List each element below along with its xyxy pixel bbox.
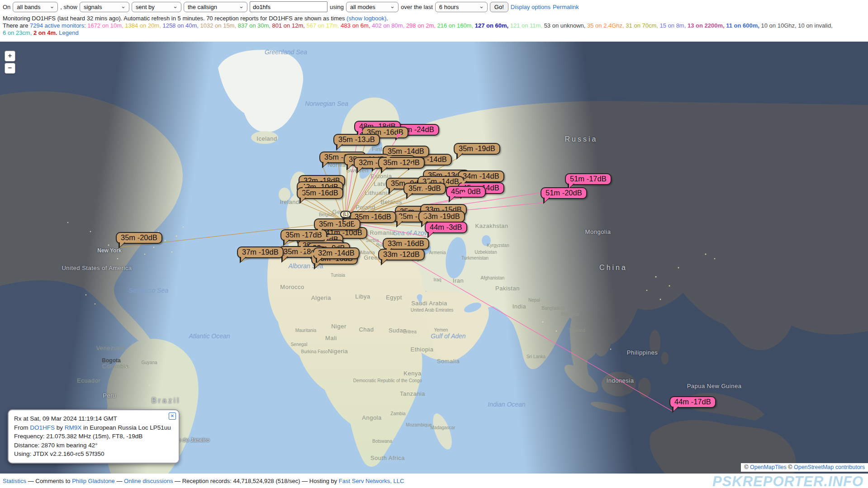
text-segment: — Comments to <box>26 478 72 484</box>
report-balloon[interactable]: 33m -12dB <box>378 249 425 261</box>
map[interactable]: Greenland SeaNorwegian SeaAtlantic Ocean… <box>0 42 868 474</box>
text-segment: — <box>115 478 124 484</box>
text-segment: 10 on 10Ghz, <box>761 22 798 29</box>
report-balloon[interactable]: 44m -3dB <box>425 222 467 233</box>
go-button[interactable]: Go! <box>490 2 508 12</box>
text-segment: 15 on 8m, <box>659 22 687 29</box>
report-balloons: 51m -24dB48m -18dB35m -16dB35m -13dB35m … <box>0 42 868 474</box>
text-segment: There are <box>3 22 30 29</box>
statistics-link[interactable]: Statistics <box>3 478 26 484</box>
footer-status-line: Statistics — Comments to Philip Gladston… <box>3 478 404 484</box>
callsign-do1hfs-link[interactable]: DO1HFS <box>30 424 55 431</box>
monitoring-status: Monitoring DO1HFS (last heard 32 mins ag… <box>3 15 388 22</box>
popup-frequency: Frequency: 21.075.382 MHz (15m), FT8, -1… <box>14 432 173 441</box>
text-segment: 837 on 30m, <box>238 22 272 29</box>
report-balloon[interactable]: 33m -16dB <box>383 238 429 250</box>
legend-link[interactable]: Legend <box>59 29 78 36</box>
map-attribution: © OpenMapTiles © OpenStreetMap contribut… <box>741 463 868 472</box>
text-segment: 1032 on 15m, <box>200 22 238 29</box>
text-segment: © <box>744 464 750 470</box>
text-segment: 567 on 17m, <box>306 22 341 29</box>
text-segment: © <box>787 464 794 470</box>
popup-rx-time: Rx at Sat, 09 Mar 2024 11:19:14 GMT <box>14 414 173 423</box>
text-segment: by <box>55 424 65 431</box>
bands-select-wrap: all bands <box>13 2 58 12</box>
text-segment: 127 on 60m, <box>475 22 510 29</box>
report-balloon[interactable]: 35m -13dB <box>333 134 380 146</box>
report-balloon[interactable]: 32m -14dB <box>313 247 360 259</box>
show-label: , show <box>60 4 77 10</box>
popup-software: Using: JTDX v2.2.160-rc5 57f350 <box>14 450 173 459</box>
popup-distance: Distance: 2870 km bearing 42° <box>14 441 173 450</box>
online-discussions-link[interactable]: Online discussions <box>124 478 173 484</box>
text-segment: 1672 on 10m, <box>87 22 125 29</box>
on-label: On <box>3 4 10 10</box>
bands-select[interactable]: all bands <box>13 2 58 12</box>
text-segment: 53 on unknown, <box>544 22 587 29</box>
text-segment: 801 on 12m, <box>272 22 307 29</box>
report-balloon[interactable]: 34m -14dB <box>458 171 504 182</box>
text-segment: 121 on 11m, <box>510 22 544 29</box>
text-segment: 31 on 70cm, <box>626 22 659 29</box>
zoom-out-button[interactable]: − <box>5 63 15 74</box>
openstreetmap-link[interactable]: OpenStreetMap contributors <box>794 464 865 470</box>
active-monitors-line: There are 7294 active monitors: 1672 on … <box>3 22 833 29</box>
what-select-wrap: signals <box>80 2 129 12</box>
active-monitors-link[interactable]: 7294 active monitors <box>30 22 84 29</box>
zoom-in-button[interactable]: + <box>5 51 15 62</box>
text-segment: 298 on 2m, <box>406 22 437 29</box>
monitoring-text-end: . <box>386 15 388 22</box>
fastserv-link[interactable]: Fast Serv Networks, LLC <box>339 478 404 484</box>
report-balloon[interactable]: 35m -12dB <box>378 157 425 169</box>
permalink-link[interactable]: Permalink <box>553 4 579 10</box>
text-segment: 35 on 2.4Ghz, <box>587 22 626 29</box>
callsign-rm9x-link[interactable]: RM9X <box>65 424 82 431</box>
report-balloon[interactable]: 35m -19dB <box>454 143 500 155</box>
callmode-select[interactable]: the callsign <box>184 2 247 12</box>
period-select-wrap: 6 hours <box>435 2 488 12</box>
over-label: over the last <box>401 4 433 10</box>
active-monitors-line2: 6 on 23cm, 2 on 4m. Legend <box>3 29 79 36</box>
callmode-select-wrap: the callsign <box>184 2 247 12</box>
report-balloon[interactable]: 51m -17dB <box>565 173 612 185</box>
text-segment: 1384 on 20m, <box>125 22 162 29</box>
report-balloon[interactable]: 51m -20dB <box>541 187 587 199</box>
pskreporter-watermark: PSKREPORTER.INFO <box>712 474 863 488</box>
display-options-link[interactable]: Display options <box>511 4 550 10</box>
text-segment: in European Russia Loc LP51uu <box>81 424 171 431</box>
text-segment: — Reception records: 44,718,524,928 (518… <box>173 478 338 484</box>
sentby-select[interactable]: sent by <box>132 2 181 12</box>
using-label: using <box>330 4 344 10</box>
openmaptiles-link[interactable]: OpenMapTiles <box>750 464 787 470</box>
tx-station-marker[interactable]: (L) <box>340 211 351 218</box>
query-toolbar: On all bands , show signals sent by the … <box>3 1 579 12</box>
text-segment: 483 on 6m, <box>341 22 372 29</box>
report-balloon[interactable]: 44m -17dB <box>669 396 716 408</box>
text-segment: 10 on invalid, <box>798 22 833 29</box>
footer: Statistics — Comments to Philip Gladston… <box>0 474 868 488</box>
zoom-controls: + − <box>5 51 15 75</box>
report-balloon[interactable]: 35m -16dB <box>350 211 396 223</box>
reception-report-popup: ✕ Rx at Sat, 09 Mar 2024 11:19:14 GMT Fr… <box>8 409 180 464</box>
report-balloon[interactable]: 37m -19dB <box>237 246 284 258</box>
sentby-select-wrap: sent by <box>132 2 181 12</box>
text-segment: 1258 on 40m, <box>162 22 200 29</box>
show-logbook-link[interactable]: (show logbook) <box>346 15 386 22</box>
close-icon[interactable]: ✕ <box>169 412 176 420</box>
text-segment: 13 on 2200m, <box>688 22 726 29</box>
text-segment: 216 on 160m, <box>437 22 475 29</box>
text-segment: 11 on 600m, <box>726 22 761 29</box>
text-segment: 2 on 4m. <box>33 29 57 36</box>
text-segment: 6 on 23cm, <box>3 29 33 36</box>
report-balloon[interactable]: 35m -20dB <box>116 232 162 244</box>
callsign-input[interactable] <box>250 1 327 12</box>
monitoring-text: Monitoring DO1HFS (last heard 32 mins ag… <box>3 15 346 22</box>
modes-select[interactable]: all modes <box>346 2 398 12</box>
period-select[interactable]: 6 hours <box>435 2 488 12</box>
header: On all bands , show signals sent by the … <box>0 0 868 42</box>
popup-from-by: From DO1HFS by RM9X in European Russia L… <box>14 423 173 432</box>
modes-select-wrap: all modes <box>346 2 398 12</box>
philip-gladstone-link[interactable]: Philip Gladstone <box>72 478 115 484</box>
what-select[interactable]: signals <box>80 2 129 12</box>
text-segment: 402 on 80m, <box>372 22 406 29</box>
